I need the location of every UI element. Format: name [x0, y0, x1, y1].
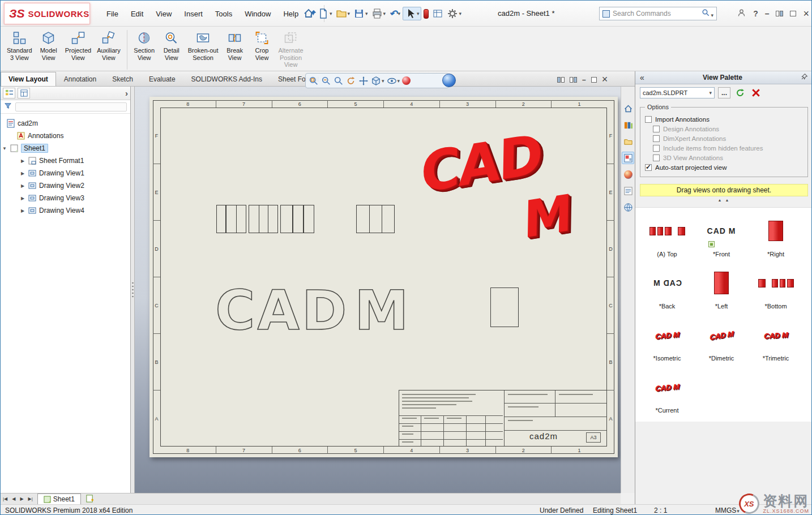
search-commands-box[interactable]: Search Commands — [599, 7, 717, 20]
doc-minimize-button[interactable] — [582, 76, 586, 84]
tab-evaluate[interactable]: Evaluate — [141, 72, 183, 86]
appearances-icon[interactable] — [622, 168, 634, 181]
tile-right-button[interactable] — [570, 77, 577, 83]
search-scope-icon[interactable] — [602, 10, 610, 18]
doc-close-button[interactable] — [602, 74, 608, 85]
checkbox[interactable] — [645, 164, 652, 171]
open-button[interactable] — [335, 7, 352, 20]
auxiliary-view-button[interactable]: Auxiliary View — [94, 29, 123, 62]
tree-item-annotations[interactable]: Annotations — [1, 130, 130, 142]
isometric-view-m[interactable]: M — [523, 188, 571, 246]
apply-scene-icon[interactable] — [442, 74, 456, 87]
custom-properties-icon[interactable] — [622, 184, 634, 197]
tree-item-sheet1[interactable]: Sheet1 — [1, 142, 130, 154]
menu-tools[interactable]: Tools — [210, 7, 237, 20]
checkbox[interactable] — [653, 126, 660, 132]
save-button[interactable] — [352, 7, 369, 20]
view-thumb-dimetric[interactable]: CAD M *Dimetric — [694, 317, 749, 362]
document-selector[interactable]: cad2m.SLDPRT — [640, 87, 715, 98]
view-thumb-top[interactable]: (A) Top — [640, 213, 694, 258]
filter-icon[interactable] — [4, 102, 12, 111]
user-account-icon[interactable] — [737, 8, 746, 19]
tree-item-drawing-view3[interactable]: Drawing View3 — [1, 192, 130, 204]
zoom-to-area-icon[interactable] — [321, 76, 331, 86]
expand-toggle[interactable] — [20, 158, 25, 164]
panel-expand-arrow[interactable] — [125, 88, 128, 98]
propertymanager-tab[interactable] — [18, 88, 30, 98]
home-tab-icon[interactable] — [622, 102, 634, 115]
close-palette-button[interactable] — [750, 87, 762, 98]
options-button[interactable] — [446, 7, 463, 20]
edit-appearance-button[interactable] — [422, 8, 430, 20]
design-library-icon[interactable] — [622, 119, 634, 131]
expand-toggle[interactable] — [20, 171, 25, 176]
crop-view-button[interactable]: Crop View — [249, 29, 276, 62]
expand-toggle[interactable] — [20, 208, 25, 213]
drawing-sheet[interactable]: 87654321 87654321 FEDCBA FEDCBA CAD M CA… — [149, 97, 618, 457]
display-style-icon[interactable] — [371, 76, 384, 86]
top-view-letter-d[interactable] — [280, 205, 314, 233]
browse-button[interactable]: ... — [718, 87, 730, 98]
rotate-view-icon[interactable] — [346, 76, 356, 86]
model-view-button[interactable]: Model View — [35, 29, 62, 62]
front-view-cad[interactable]: CAD — [215, 284, 349, 338]
add-sheet-button[interactable] — [86, 494, 94, 504]
tree-item-drawing-view4[interactable]: Drawing View4 — [1, 204, 130, 217]
tree-item-drawing-view2[interactable]: Drawing View2 — [1, 179, 130, 192]
featuremanager-tab[interactable] — [3, 88, 15, 98]
sheet-scale[interactable]: 2 : 1 — [654, 507, 667, 514]
search-icon[interactable] — [702, 8, 713, 19]
top-view-letter-a[interactable] — [249, 205, 278, 233]
top-view-letter-m[interactable] — [356, 205, 395, 233]
tab-view-layout[interactable]: View Layout — [1, 72, 56, 86]
option-include-hidden-features[interactable]: Include items from hidden features — [652, 143, 804, 153]
view-palette-tab-icon[interactable] — [622, 152, 634, 164]
edit-appearance-icon[interactable] — [402, 76, 411, 85]
checkbox[interactable] — [653, 154, 660, 161]
doc-restore-button[interactable] — [591, 77, 597, 83]
tab-annotation[interactable]: Annotation — [56, 72, 104, 86]
last-sheet-button[interactable] — [26, 496, 35, 501]
view-thumb-bottom[interactable]: *Bottom — [749, 265, 803, 310]
next-sheet-button[interactable] — [18, 496, 25, 501]
hide-show-items-icon[interactable] — [387, 76, 400, 86]
view-thumb-current[interactable]: CAD M *Current — [640, 370, 694, 414]
split-pane-button[interactable] — [776, 11, 783, 16]
restore-button[interactable] — [790, 11, 796, 16]
sheet-properties-button[interactable] — [431, 7, 445, 20]
graphics-area[interactable]: 87654321 87654321 FEDCBA FEDCBA CAD M CA… — [135, 87, 621, 493]
standard-3-view-button[interactable]: Standard 3 View — [4, 29, 35, 62]
tree-filter-input[interactable] — [15, 102, 127, 111]
option-dimxpert-annotations[interactable]: DimXpert Annotations — [652, 134, 804, 143]
front-view-m[interactable]: M — [354, 284, 411, 338]
home-button[interactable] — [302, 7, 315, 20]
zoom-in-out-icon[interactable] — [334, 76, 344, 86]
option-auto-start-projected-view[interactable]: Auto-start projected view — [644, 162, 804, 172]
new-document-button[interactable] — [317, 7, 334, 20]
expand-toggle[interactable] — [20, 183, 25, 188]
title-block[interactable]: cad2m A3 — [399, 390, 607, 447]
option-import-annotations[interactable]: Import Annotations — [644, 114, 804, 124]
collapse-panel-icon[interactable] — [640, 73, 644, 82]
zoom-fit-icon[interactable] — [309, 76, 319, 86]
tree-root-cad2m[interactable]: cad2m — [1, 117, 130, 130]
break-view-button[interactable]: Break View — [221, 29, 249, 62]
print-button[interactable] — [370, 7, 387, 20]
unit-system[interactable]: MMGS — [715, 507, 740, 514]
expand-toggle[interactable] — [2, 146, 7, 151]
tree-item-sheet-format1[interactable]: Sheet Format1 — [1, 154, 130, 167]
panel-splitter[interactable] — [131, 87, 135, 493]
sheet-tab-sheet1[interactable]: Sheet1 — [37, 493, 81, 504]
search-input[interactable]: Search Commands — [613, 10, 699, 18]
right-view-outline[interactable] — [490, 287, 519, 327]
file-explorer-icon[interactable] — [622, 135, 634, 148]
alternate-position-view-button[interactable]: Alternate Position View — [276, 29, 306, 70]
tab-solidworks-add-ins[interactable]: SOLIDWORKS Add-Ins — [183, 72, 270, 86]
menu-window[interactable]: Window — [240, 7, 276, 20]
minimize-button[interactable] — [765, 9, 770, 18]
detail-view-button[interactable]: Detail View — [158, 29, 185, 62]
tree-item-drawing-view1[interactable]: Drawing View1 — [1, 167, 130, 179]
checkbox[interactable] — [645, 116, 652, 123]
close-button[interactable] — [803, 8, 809, 20]
section-view-button[interactable]: Section View — [131, 29, 158, 62]
